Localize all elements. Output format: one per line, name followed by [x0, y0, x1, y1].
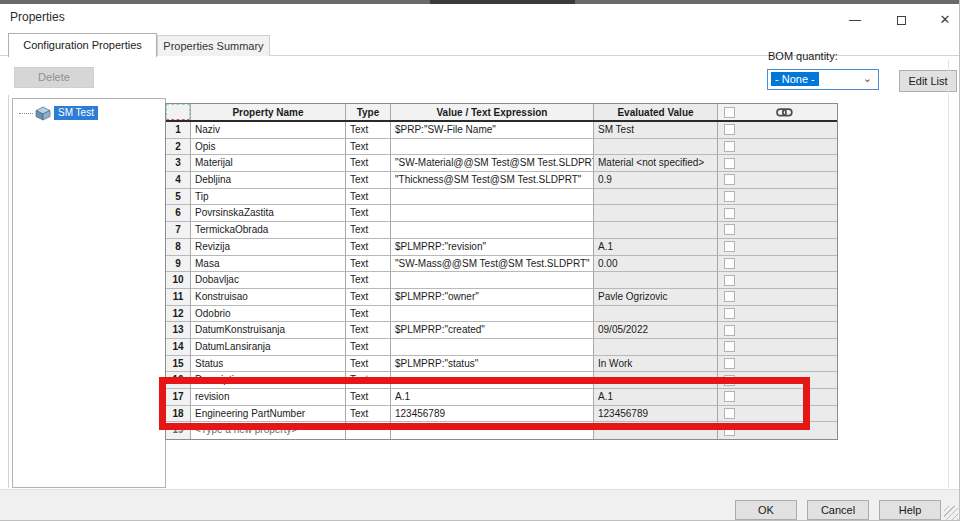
link-checkbox[interactable] [724, 241, 735, 252]
link-checkbox[interactable] [724, 174, 735, 185]
value-expression-cell[interactable]: "SW-Mass@@SM Test@SM Test.SLDPRT" [391, 256, 594, 273]
property-name-cell[interactable]: Revizija [191, 239, 346, 256]
row-number-cell[interactable]: 15 [166, 356, 191, 373]
link-checkbox[interactable] [724, 224, 735, 235]
property-name-cell[interactable]: Dobavljac [191, 272, 346, 289]
link-checkbox[interactable] [724, 308, 735, 319]
property-name-cell[interactable]: Materijal [191, 155, 346, 172]
property-name-cell[interactable]: Masa [191, 256, 346, 273]
row-number-cell[interactable]: 16 [166, 372, 191, 389]
value-expression-cell[interactable]: $PLMPRP:"status" [391, 356, 594, 373]
link-checkbox[interactable] [724, 275, 735, 286]
link-checkbox[interactable] [724, 341, 735, 352]
value-expression-cell[interactable] [391, 372, 594, 389]
type-cell[interactable]: Text [346, 322, 391, 339]
type-cell[interactable]: Text [346, 239, 391, 256]
header-evaluated-value[interactable]: Evaluated Value [594, 104, 718, 120]
row-number-cell[interactable]: 13 [166, 322, 191, 339]
property-name-cell[interactable]: Opis [191, 139, 346, 156]
property-name-cell[interactable]: PovrsinskaZastita [191, 205, 346, 222]
value-expression-cell[interactable] [391, 272, 594, 289]
type-cell[interactable]: Text [346, 389, 391, 406]
header-property-name[interactable]: Property Name [191, 104, 346, 120]
link-checkbox[interactable] [724, 408, 735, 419]
ok-button[interactable]: OK [735, 500, 797, 520]
value-expression-cell[interactable] [391, 339, 594, 356]
property-name-cell[interactable]: <Type a new property> [191, 422, 346, 439]
type-cell[interactable]: Text [346, 289, 391, 306]
type-cell[interactable]: Text [346, 272, 391, 289]
property-name-cell[interactable]: Engineering PartNumber [191, 406, 346, 423]
link-checkbox[interactable] [724, 141, 735, 152]
type-cell[interactable]: Text [346, 339, 391, 356]
link-checkbox[interactable] [724, 325, 735, 336]
value-expression-cell[interactable] [391, 222, 594, 239]
value-expression-cell[interactable] [391, 422, 594, 439]
value-expression-cell[interactable]: $PLMPRP:"owner" [391, 289, 594, 306]
property-name-cell[interactable]: Description [191, 372, 346, 389]
link-checkbox[interactable] [724, 191, 735, 202]
minimize-button[interactable]: — [838, 8, 872, 32]
link-checkbox[interactable] [724, 358, 735, 369]
property-name-cell[interactable]: Odobrio [191, 306, 346, 323]
type-cell[interactable]: Text [346, 205, 391, 222]
bom-quantity-select[interactable]: - None - ⌄ [767, 69, 879, 90]
value-expression-cell[interactable] [391, 189, 594, 206]
value-expression-cell[interactable]: "SW-Material@@SM Test@SM Test.SLDPRT [391, 155, 594, 172]
property-name-cell[interactable]: TermickaObrada [191, 222, 346, 239]
type-cell[interactable]: Text [346, 222, 391, 239]
close-button[interactable]: ✕ [928, 8, 960, 32]
type-cell[interactable]: Text [346, 406, 391, 423]
type-cell[interactable]: Text [346, 189, 391, 206]
row-number-cell[interactable]: 9 [166, 256, 191, 273]
property-name-cell[interactable]: Naziv [191, 122, 346, 139]
row-number-cell[interactable]: 14 [166, 339, 191, 356]
tab-configuration-properties[interactable]: Configuration Properties [8, 33, 157, 57]
maximize-button[interactable] [884, 8, 918, 32]
link-checkbox[interactable] [724, 258, 735, 269]
value-expression-cell[interactable]: $PLMPRP:"revision" [391, 239, 594, 256]
value-expression-cell[interactable]: 123456789 [391, 406, 594, 423]
property-name-cell[interactable]: Debljina [191, 172, 346, 189]
row-number-cell[interactable]: 4 [166, 172, 191, 189]
type-cell[interactable]: Text [346, 372, 391, 389]
value-expression-cell[interactable]: A.1 [391, 389, 594, 406]
type-cell[interactable]: Text [346, 356, 391, 373]
property-name-cell[interactable]: DatumKonstruisanja [191, 322, 346, 339]
row-number-cell[interactable]: 8 [166, 239, 191, 256]
row-number-cell[interactable]: 6 [166, 205, 191, 222]
row-number-cell[interactable]: 2 [166, 139, 191, 156]
type-cell[interactable]: Text [346, 306, 391, 323]
type-cell[interactable]: Text [346, 139, 391, 156]
row-number-cell[interactable]: 10 [166, 272, 191, 289]
value-expression-cell[interactable] [391, 205, 594, 222]
link-checkbox[interactable] [724, 158, 735, 169]
row-number-cell[interactable]: 12 [166, 306, 191, 323]
link-checkbox[interactable] [724, 375, 735, 386]
value-expression-cell[interactable]: $PRP:"SW-File Name" [391, 122, 594, 139]
type-cell[interactable]: Text [346, 172, 391, 189]
property-name-cell[interactable]: Status [191, 356, 346, 373]
type-cell[interactable]: Text [346, 155, 391, 172]
type-cell[interactable] [346, 422, 391, 439]
help-button[interactable]: Help [879, 500, 941, 520]
header-value-expression[interactable]: Value / Text Expression [391, 104, 594, 120]
tab-properties-summary[interactable]: Properties Summary [157, 35, 270, 56]
delete-button[interactable]: Delete [14, 67, 94, 88]
tree-item-sm-test[interactable]: SM Test [19, 105, 98, 121]
value-expression-cell[interactable] [391, 139, 594, 156]
value-expression-cell[interactable]: "Thickness@SM Test@SM Test.SLDPRT" [391, 172, 594, 189]
row-number-cell[interactable]: 19 [166, 422, 191, 439]
resize-grip[interactable] [944, 506, 958, 520]
property-name-cell[interactable]: DatumLansiranja [191, 339, 346, 356]
link-checkbox[interactable] [724, 208, 735, 219]
header-type[interactable]: Type [346, 104, 391, 120]
row-number-cell[interactable]: 18 [166, 406, 191, 423]
link-checkbox[interactable] [724, 291, 735, 302]
row-number-cell[interactable]: 7 [166, 222, 191, 239]
header-link-checkbox[interactable] [724, 107, 735, 118]
property-name-cell[interactable]: Tip [191, 189, 346, 206]
link-checkbox[interactable] [724, 391, 735, 402]
cancel-button[interactable]: Cancel [807, 500, 869, 520]
row-number-cell[interactable]: 11 [166, 289, 191, 306]
